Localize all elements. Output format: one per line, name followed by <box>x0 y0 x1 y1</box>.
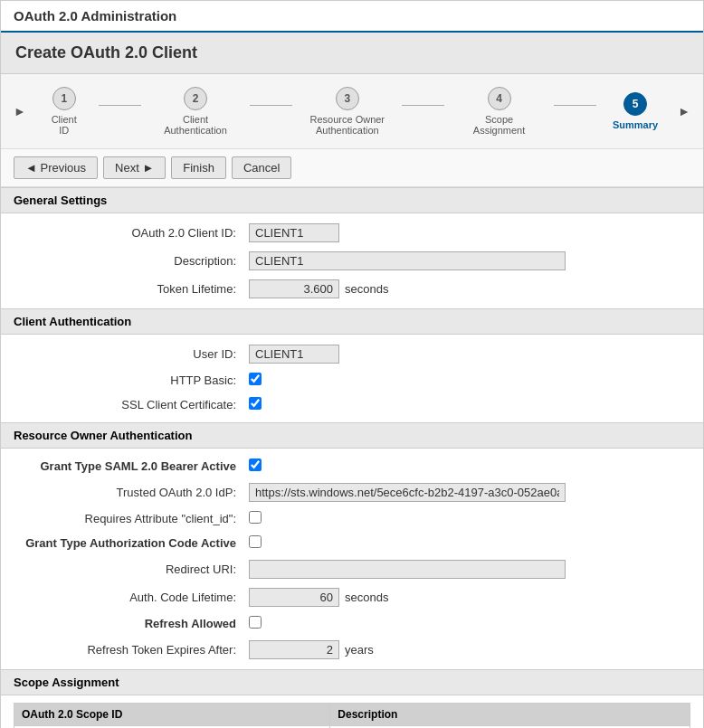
client-auth-header: Client Authentication <box>1 308 703 335</box>
refresh-token-value: years <box>249 640 690 659</box>
ssl-cert-value <box>249 397 690 412</box>
wizard-steps-inner: 1 Client ID 2 Client Authentication 3 Re… <box>30 87 674 136</box>
token-lifetime-unit: seconds <box>345 282 388 296</box>
token-lifetime-input-group: seconds <box>249 279 690 298</box>
step-3[interactable]: 3 Resource Owner Authentication <box>309 87 385 136</box>
step-5-circle: 5 <box>623 92 647 116</box>
resource-owner-section: Grant Type SAML 2.0 Bearer Active Truste… <box>1 449 703 669</box>
auth-code-checkbox[interactable] <box>249 535 262 548</box>
trusted-idp-input[interactable] <box>249 483 566 502</box>
panel-title: Create OAuth 2.0 Client <box>1 33 703 74</box>
client-auth-section: User ID: HTTP Basic: SSL Client Certific… <box>1 335 703 422</box>
wizard-right-arrow: ► <box>678 104 690 118</box>
content-area: General Settings OAuth 2.0 Client ID: De… <box>1 187 703 728</box>
trusted-idp-label: Trusted OAuth 2.0 IdP: <box>14 486 249 499</box>
panel-title-text: Create OAuth 2.0 Client <box>15 43 197 61</box>
description-value <box>249 251 690 270</box>
requires-attr-label: Requires Attribute "client_id": <box>14 512 249 525</box>
step-connector-3 <box>402 105 444 106</box>
auth-code-lifetime-row: Auth. Code Lifetime: seconds <box>1 583 703 611</box>
scope-table-header-row: OAuth 2.0 Scope ID Description <box>14 704 690 726</box>
requires-attr-row: Requires Attribute "client_id": <box>1 506 703 531</box>
refresh-allowed-value <box>249 616 690 631</box>
step-connector-2 <box>250 105 292 106</box>
token-lifetime-label: Token Lifetime: <box>14 282 249 296</box>
step-1-circle: 1 <box>52 87 76 110</box>
auth-code-label: Grant Type Authorization Code Active <box>14 536 249 550</box>
top-toolbar: ◄ Previous Next ► Finish Cancel <box>1 149 703 187</box>
refresh-token-label: Refresh Token Expires After: <box>14 643 249 657</box>
general-settings-section: OAuth 2.0 Client ID: Description: Token … <box>1 213 703 308</box>
refresh-allowed-row: Refresh Allowed <box>1 611 703 636</box>
client-id-input[interactable] <box>249 223 339 242</box>
step-3-label: Resource Owner Authentication <box>309 114 385 136</box>
refresh-allowed-checkbox[interactable] <box>249 616 262 629</box>
step-connector-4 <box>554 105 596 106</box>
user-id-row: User ID: <box>1 340 703 368</box>
saml-bearer-value <box>249 459 690 474</box>
step-2-circle: 2 <box>184 87 207 110</box>
token-lifetime-input[interactable] <box>249 279 339 298</box>
client-id-value <box>249 223 690 242</box>
refresh-token-input-group: years <box>249 640 690 659</box>
step-2[interactable]: 2 Client Authentication <box>157 87 234 136</box>
redirect-uri-label: Redirect URI: <box>14 563 249 576</box>
redirect-uri-value <box>249 560 690 579</box>
redirect-uri-input[interactable] <box>249 560 566 579</box>
scope-assignment-header: Scope Assignment <box>1 669 703 695</box>
app-header: OAuth 2.0 Administration <box>1 1 703 33</box>
http-basic-label: HTTP Basic: <box>14 373 249 387</box>
description-label: Description: <box>14 254 249 268</box>
token-lifetime-row: Token Lifetime: seconds <box>1 275 703 303</box>
ssl-cert-checkbox[interactable] <box>249 397 262 410</box>
wizard-left-arrow: ► <box>14 104 26 118</box>
top-next-button[interactable]: Next ► <box>103 156 166 179</box>
saml-bearer-checkbox[interactable] <box>249 459 262 471</box>
saml-bearer-label: Grant Type SAML 2.0 Bearer Active <box>14 459 249 473</box>
http-basic-checkbox[interactable] <box>249 373 262 385</box>
trusted-idp-row: Trusted OAuth 2.0 IdP: <box>1 478 703 506</box>
client-id-row: OAuth 2.0 Client ID: <box>1 219 703 247</box>
auth-code-lifetime-input-group: seconds <box>249 588 690 607</box>
user-id-input[interactable] <box>249 345 339 364</box>
step-1[interactable]: 1 Client ID <box>46 87 82 136</box>
refresh-token-row: Refresh Token Expires After: years <box>1 636 703 664</box>
step-4-label: Scope Assignment <box>461 114 538 136</box>
auth-code-lifetime-label: Auth. Code Lifetime: <box>14 591 249 604</box>
description-row: Description: <box>1 247 703 275</box>
user-id-value <box>249 345 690 364</box>
top-cancel-button[interactable]: Cancel <box>232 156 291 179</box>
client-id-label: OAuth 2.0 Client ID: <box>14 226 249 240</box>
ssl-cert-row: SSL Client Certificate: <box>1 392 703 417</box>
refresh-token-unit: years <box>345 643 374 657</box>
step-1-label: Client ID <box>46 114 82 136</box>
auth-code-lifetime-input[interactable] <box>249 588 339 607</box>
redirect-uri-row: Redirect URI: <box>1 555 703 583</box>
step-connector-1 <box>99 105 141 106</box>
auth-code-row: Grant Type Authorization Code Active <box>1 531 703 555</box>
http-basic-row: HTTP Basic: <box>1 368 703 392</box>
top-previous-button[interactable]: ◄ Previous <box>14 156 98 179</box>
step-4[interactable]: 4 Scope Assignment <box>461 87 538 136</box>
requires-attr-checkbox[interactable] <box>249 511 262 524</box>
step-5[interactable]: 5 Summary <box>613 92 658 130</box>
scope-desc-column-header: Description <box>330 704 690 726</box>
scope-id-column-header: OAuth 2.0 Scope ID <box>14 704 330 726</box>
page-wrapper: OAuth 2.0 Administration Create OAuth 2.… <box>0 0 704 728</box>
top-finish-button[interactable]: Finish <box>171 156 226 179</box>
wizard-steps: ► 1 Client ID 2 Client Authentication 3 … <box>1 74 703 149</box>
auth-code-lifetime-value: seconds <box>249 588 690 607</box>
trusted-idp-value <box>249 483 690 502</box>
auth-code-value <box>249 535 690 551</box>
user-id-label: User ID: <box>14 347 249 361</box>
requires-attr-value <box>249 511 690 526</box>
app-title: OAuth 2.0 Administration <box>14 8 176 24</box>
general-settings-header: General Settings <box>1 187 703 213</box>
description-input[interactable] <box>249 251 566 270</box>
refresh-token-input[interactable] <box>249 640 339 659</box>
saml-bearer-row: Grant Type SAML 2.0 Bearer Active <box>1 454 703 478</box>
token-lifetime-value: seconds <box>249 279 690 298</box>
auth-code-lifetime-unit: seconds <box>345 591 388 604</box>
step-2-label: Client Authentication <box>157 114 234 136</box>
scope-assignment-section: OAuth 2.0 Scope ID Description DAAG_MNGG… <box>1 695 703 728</box>
